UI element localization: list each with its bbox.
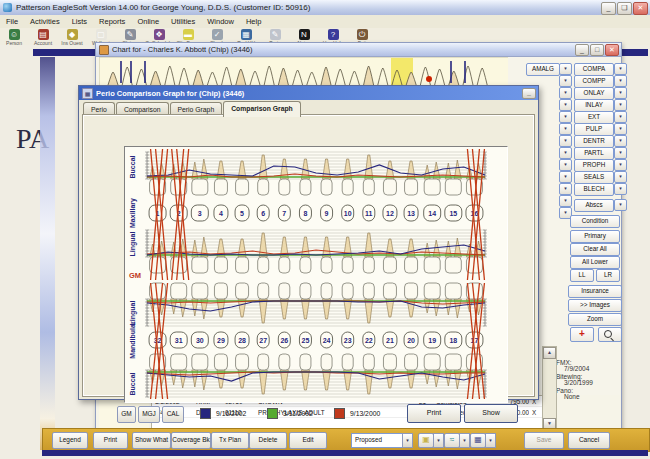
menu-item-reports[interactable]: Reports	[93, 17, 131, 26]
proc-dropdown-pulp[interactable]: ▾	[614, 123, 627, 135]
delete-button[interactable]: Delete	[249, 432, 287, 449]
scroll-up-icon[interactable]: ▲	[543, 347, 556, 359]
proc-dropdown-abscs[interactable]: ▾	[614, 199, 627, 211]
proc-button-blech[interactable]: BLECH	[574, 183, 614, 196]
svg-text:9: 9	[325, 210, 329, 217]
tab-perio-graph[interactable]: Perio Graph	[170, 102, 223, 115]
proc-dropdown-seals[interactable]: ▾	[614, 171, 627, 183]
zoom-button[interactable]: Zoom	[568, 313, 622, 326]
legend-date: 9/13/2000	[350, 410, 380, 417]
print-button[interactable]: Print	[93, 432, 128, 449]
svg-text:26: 26	[280, 337, 288, 344]
dialog-minimize-button[interactable]: _	[522, 88, 536, 99]
primary-button[interactable]: Primary	[570, 230, 620, 243]
toolbar-button-ins-quest[interactable]: ◆Ins Quest	[58, 28, 86, 45]
dialog-titlebar[interactable]: ▦ Perio Comparison Graph for (Chip) (344…	[79, 86, 538, 100]
show-what-button[interactable]: Show What	[132, 432, 171, 449]
menu-item-activities[interactable]: Activities	[24, 17, 66, 26]
tab-comparison-graph[interactable]: Comparison Graph	[223, 101, 301, 117]
proc-dropdown-amalg[interactable]: ▾	[559, 63, 572, 75]
proc-button-abscs[interactable]: Abscs	[574, 199, 614, 212]
red-cross-button[interactable]: +	[570, 327, 594, 342]
grid-tool-icon-dropdown[interactable]: ▾	[485, 433, 496, 448]
svg-text:14: 14	[428, 210, 436, 217]
tab-perio[interactable]: Perio	[83, 102, 115, 115]
table-scrollbar[interactable]: ▲ ▼	[542, 346, 557, 431]
menu-item-online[interactable]: Online	[131, 17, 165, 26]
note-tool-icon[interactable]: ▣	[418, 433, 434, 448]
main-close-button[interactable]: ✕	[633, 2, 648, 15]
clear-all-button[interactable]: Clear All	[570, 243, 620, 256]
proc-dropdown-left-11[interactable]: ▾	[559, 195, 572, 207]
tx-plan-button[interactable]: Tx Plan	[211, 432, 249, 449]
menu-item-lists[interactable]: Lists	[66, 17, 93, 26]
proc-dropdown-blech[interactable]: ▾	[614, 183, 627, 195]
svg-text:16: 16	[471, 210, 479, 217]
proc-dropdown-compp[interactable]: ▾	[614, 75, 627, 87]
proc-dropdown-left-10[interactable]: ▾	[559, 183, 572, 195]
gm-button[interactable]: GM	[117, 406, 136, 423]
proc-dropdown-left-2[interactable]: ▾	[559, 87, 572, 99]
coverage-bk-button[interactable]: Coverage Bk	[171, 432, 211, 449]
info-value-2: None	[564, 393, 580, 400]
proc-dropdown-dentr[interactable]: ▾	[614, 135, 627, 147]
mgj-button[interactable]: MGJ	[138, 406, 160, 423]
proc-dropdown-ext[interactable]: ▾	[614, 111, 627, 123]
proc-dropdown-left-3[interactable]: ▾	[559, 99, 572, 111]
cal-button[interactable]: CAL	[162, 406, 184, 423]
wave-tool-icon[interactable]: ≈	[444, 433, 460, 448]
proc-dropdown-left-8[interactable]: ▾	[559, 159, 572, 171]
proc-dropdown-onlay[interactable]: ▾	[614, 87, 627, 99]
proc-dropdown-left-9[interactable]: ▾	[559, 171, 572, 183]
lr-button[interactable]: LR	[596, 269, 620, 282]
main-minimize-button[interactable]: _	[601, 2, 616, 15]
svg-text:19: 19	[428, 337, 436, 344]
proc-dropdown-left-5[interactable]: ▾	[559, 123, 572, 135]
chart-window-titlebar[interactable]: Chart for - Charles K. Abbott (Chip) (34…	[96, 43, 621, 57]
grid-tool-icon[interactable]: ▦	[470, 433, 486, 448]
menu-item-file[interactable]: File	[0, 17, 24, 26]
note-tool-icon-dropdown[interactable]: ▾	[433, 433, 444, 448]
menu-item-help[interactable]: Help	[240, 17, 267, 26]
chart-close-button[interactable]: ✕	[605, 44, 619, 56]
chart-minimize-button[interactable]: _	[575, 44, 589, 56]
proc-dropdown-left-1[interactable]: ▾	[559, 75, 572, 87]
edit-button[interactable]: Edit	[289, 432, 327, 449]
dialog-body: 1234567891011121314151632313029282726252…	[83, 115, 534, 396]
status-dropdown[interactable]: Proposed	[351, 433, 406, 448]
chart-maximize-button[interactable]: □	[590, 44, 604, 56]
images-button[interactable]: >> Images	[568, 299, 622, 312]
proc-dropdown-left-6[interactable]: ▾	[559, 135, 572, 147]
legend-button[interactable]: Legend	[52, 432, 88, 449]
proc-dropdown-compa[interactable]: ▾	[614, 63, 627, 75]
walkout-icon: ▢	[96, 29, 107, 40]
svg-text:24: 24	[323, 337, 331, 344]
print-button[interactable]: Print	[407, 404, 461, 423]
menu-item-utilities[interactable]: Utilities	[165, 17, 201, 26]
main-restore-button[interactable]: ❏	[617, 2, 632, 15]
all-lower-button[interactable]: All Lower	[570, 256, 620, 269]
cancel-button[interactable]: Cancel	[568, 432, 610, 449]
proc-dropdown-proph[interactable]: ▾	[614, 159, 627, 171]
perio-graph: 1234567891011121314151632313029282726252…	[125, 147, 507, 402]
status-dropdown-icon[interactable]: ▾	[402, 433, 413, 448]
proc-button-amalg[interactable]: AMALG	[526, 63, 560, 76]
show-button[interactable]: Show	[464, 404, 518, 423]
toolbar-button-account[interactable]: ▤Account	[29, 28, 57, 45]
ll-button[interactable]: LL	[570, 269, 594, 282]
condition-button[interactable]: Condition	[570, 215, 620, 228]
proc-dropdown-inlay[interactable]: ▾	[614, 99, 627, 111]
insurance-button[interactable]: Insurance	[568, 285, 622, 298]
proc-dropdown-left-4[interactable]: ▾	[559, 111, 572, 123]
svg-text:4: 4	[219, 210, 223, 217]
toolbar-button-person[interactable]: ☺Person	[0, 28, 28, 45]
menu-item-window[interactable]: Window	[201, 17, 240, 26]
svg-text:25: 25	[302, 337, 310, 344]
proc-dropdown-partl[interactable]: ▾	[614, 147, 627, 159]
tab-comparison[interactable]: Comparison	[116, 102, 169, 115]
wave-tool-icon-dropdown[interactable]: ▾	[459, 433, 470, 448]
proc-dropdown-left-7[interactable]: ▾	[559, 147, 572, 159]
magnifier-button[interactable]	[598, 327, 622, 342]
tooth-chart-strip[interactable]	[99, 57, 509, 87]
svg-text:31: 31	[175, 337, 183, 344]
